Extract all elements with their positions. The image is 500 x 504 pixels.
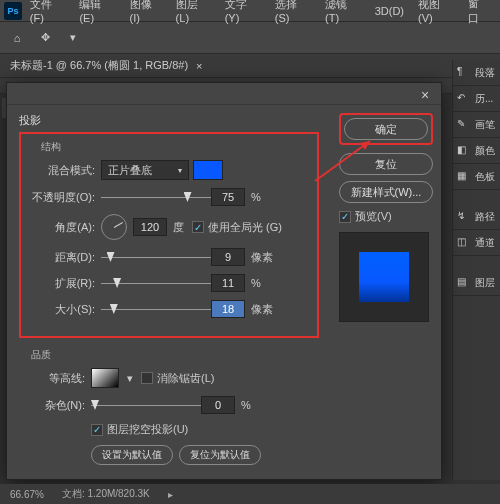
menu-select[interactable]: 选择(S) [269,0,317,26]
angle-label: 角度(A): [29,220,101,235]
chevron-down-icon[interactable]: ▾ [127,372,133,385]
document-tab[interactable]: 未标题-1 @ 66.7% (椭圆 1, RGB/8#) × [0,54,500,78]
ok-button[interactable]: 确定 [344,118,428,140]
angle-input[interactable] [133,218,167,236]
panel-paragraph[interactable]: ¶段落 [453,60,500,86]
reset-default-button[interactable]: 复位为默认值 [179,445,261,465]
chevron-down-icon: ▾ [178,166,182,175]
structure-label: 结构 [29,140,309,154]
panel-color[interactable]: ◧颜色 [453,138,500,164]
spread-slider[interactable] [101,276,211,290]
opacity-input[interactable] [211,188,245,206]
panel-brush[interactable]: ✎画笔 [453,112,500,138]
panel-channels[interactable]: ◫通道 [453,230,500,256]
document-title: 未标题-1 @ 66.7% (椭圆 1, RGB/8#) [10,58,188,73]
layer-style-dialog: × 投影 结构 混合模式: 正片叠底▾ 不透明度(O): % [6,82,442,480]
size-input[interactable] [211,300,245,318]
new-style-button[interactable]: 新建样式(W)... [339,181,433,203]
dialog-header[interactable]: × [7,83,441,105]
global-light-checkbox[interactable] [192,221,204,233]
shadow-color-swatch[interactable] [193,160,223,180]
ok-highlight: 确定 [339,113,433,145]
knockout-checkbox[interactable] [91,424,103,436]
preview-checkbox[interactable] [339,211,351,223]
menubar: Ps 文件(F) 编辑(E) 图像(I) 图层(L) 文字(Y) 选择(S) 滤… [0,0,500,22]
doc-info: 文档: 1.20M/820.3K [62,487,150,501]
blend-mode-label: 混合模式: [29,163,101,178]
menu-file[interactable]: 文件(F) [24,0,72,26]
panel-layers[interactable]: ▤图层 [453,270,500,296]
chevron-down-icon[interactable]: ▾ [64,29,82,47]
right-panels: ¶段落 ↶历... ✎画笔 ◧颜色 ▦色板 ↯路径 ◫通道 ▤图层 [452,60,500,480]
menu-edit[interactable]: 编辑(E) [73,0,121,26]
preview-thumbnail [339,232,429,322]
distance-input[interactable] [211,248,245,266]
preview-label: 预览(V) [355,209,392,224]
size-slider[interactable] [101,302,211,316]
noise-label: 杂色(N): [19,398,91,413]
blend-mode-select[interactable]: 正片叠底▾ [101,160,189,180]
close-tab-icon[interactable]: × [196,60,202,72]
opacity-unit: % [251,191,261,203]
options-bar: ⌂ ✥ ▾ [0,22,500,54]
spread-unit: % [251,277,261,289]
contour-label: 等高线: [19,371,91,386]
panel-history[interactable]: ↶历... [453,86,500,112]
menu-layer[interactable]: 图层(L) [170,0,217,26]
chevron-right-icon[interactable]: ▸ [168,489,173,500]
menu-view[interactable]: 视图(V) [412,0,460,26]
quality-label: 品质 [19,348,319,362]
global-light-label: 使用全局光 (G) [208,220,282,235]
effect-title: 投影 [19,113,319,128]
panel-paths[interactable]: ↯路径 [453,204,500,230]
panel-swatches[interactable]: ▦色板 [453,164,500,190]
antialias-checkbox[interactable] [141,372,153,384]
home-icon[interactable]: ⌂ [8,29,26,47]
distance-unit: 像素 [251,250,273,265]
distance-slider[interactable] [101,250,211,264]
opacity-label: 不透明度(O): [29,190,101,205]
distance-label: 距离(D): [29,250,101,265]
move-tool-icon[interactable]: ✥ [36,29,54,47]
close-icon[interactable]: × [421,87,435,101]
knockout-label: 图层挖空投影(U) [107,422,188,437]
noise-input[interactable] [201,396,235,414]
zoom-level[interactable]: 66.67% [10,489,44,500]
contour-picker[interactable] [91,368,119,388]
menu-window[interactable]: 窗口 [462,0,496,28]
structure-group: 结构 混合模式: 正片叠底▾ 不透明度(O): % 角度(A): [19,132,319,338]
menu-3d[interactable]: 3D(D) [369,3,410,19]
spread-input[interactable] [211,274,245,292]
noise-slider[interactable] [91,398,201,412]
size-label: 大小(S): [29,302,101,317]
opacity-slider[interactable] [101,190,211,204]
spread-label: 扩展(R): [29,276,101,291]
menu-type[interactable]: 文字(Y) [219,0,267,26]
app-logo: Ps [4,2,22,20]
status-bar: 66.67% 文档: 1.20M/820.3K ▸ [0,484,500,504]
angle-dial[interactable] [101,214,127,240]
menu-image[interactable]: 图像(I) [124,0,168,26]
size-unit: 像素 [251,302,273,317]
set-default-button[interactable]: 设置为默认值 [91,445,173,465]
angle-unit: 度 [173,220,184,235]
antialias-label: 消除锯齿(L) [157,371,214,386]
menu-filter[interactable]: 滤镜(T) [319,0,367,26]
cancel-button[interactable]: 复位 [339,153,433,175]
